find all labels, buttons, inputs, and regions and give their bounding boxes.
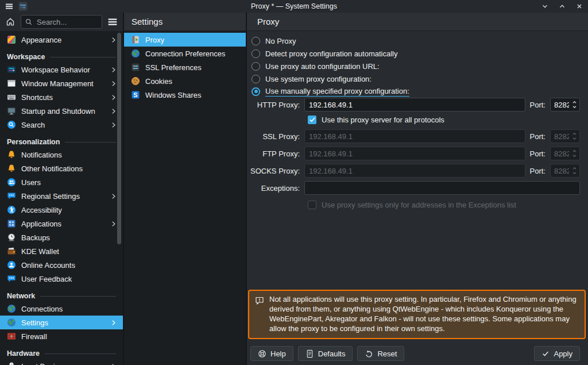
sidebar-item-accessibility[interactable]: Accessibility [0, 203, 123, 217]
radio-use-proxy-auto-configuration-url[interactable]: Use proxy auto configuration URL: [250, 60, 588, 72]
http-proxy-port-input[interactable] [551, 101, 569, 109]
ssl-proxy-row: SSL Proxy: Port: [250, 129, 580, 143]
port-label: Port: [530, 149, 546, 158]
startup-shutdown-icon [7, 106, 16, 116]
search-box [21, 15, 102, 29]
sidebar-item-startup-and-shutdown[interactable]: Startup and Shutdown [0, 104, 123, 118]
chevron-right-icon [110, 36, 117, 44]
http-proxy-label: HTTP Proxy: [250, 101, 300, 109]
chevron-right-icon [110, 193, 117, 200]
svg-text:S: S [133, 91, 137, 98]
radio-use-manually-specified-proxy-configuration[interactable]: Use manually specified proxy configurati… [250, 85, 588, 98]
exceptions-row: Exceptions: [250, 181, 580, 195]
home-button[interactable] [3, 15, 18, 29]
sidebar-item-search[interactable]: Search [0, 118, 123, 132]
hamburger-menu-icon[interactable] [5, 2, 14, 11]
wallet-icon [7, 247, 16, 256]
settings-panel-title: Settings [124, 13, 247, 31]
sidebar-item-backups[interactable]: Backups [0, 230, 123, 244]
sidebar-menu-button[interactable] [105, 15, 120, 29]
sidebar-item-kde-wallet[interactable]: KDE Wallet [0, 244, 123, 258]
ftp-proxy-label: FTP Proxy: [250, 149, 300, 158]
radio-button[interactable] [252, 37, 260, 45]
sidebar-scrollbar[interactable] [117, 33, 121, 244]
socks-proxy-label: SOCKS Proxy: [250, 167, 300, 175]
exceptions-input[interactable] [304, 181, 580, 195]
system-settings-window: Proxy * — System Settings Settings Proxy… [0, 0, 588, 365]
online-accounts-icon [7, 260, 16, 270]
sidebar-item-online-accounts[interactable]: Online Accounts [0, 258, 123, 272]
close-button[interactable] [575, 2, 583, 10]
reset-button[interactable]: Reset [357, 346, 404, 361]
http-proxy-input[interactable] [304, 98, 525, 112]
checkbox-use-proxy-settings-only-for-addresses-in-the-exceptions-list: Use proxy settings only for addresses in… [308, 200, 580, 209]
chevron-right-icon [110, 319, 117, 326]
sidebar-item-workspace-behavior[interactable]: Workspace Behavior [0, 63, 123, 76]
proxy-mode-radio-group: No ProxyDetect proxy configuration autom… [250, 34, 588, 98]
warning-text: Not all applications will use this proxy… [269, 295, 579, 334]
radio-no-proxy[interactable]: No Proxy [250, 34, 588, 47]
spin-down-button[interactable] [572, 105, 577, 109]
sidebar-item-regional-settings[interactable]: Regional Settings [0, 189, 123, 203]
ftp-proxy-input [304, 147, 525, 160]
settings-item-connection-preferences[interactable]: Connection Preferences [124, 47, 246, 60]
sidebar-item-appearance[interactable]: Appearance [0, 33, 123, 47]
minimize-button[interactable] [541, 2, 549, 10]
warning-icon [255, 296, 264, 334]
page-title: Proxy [247, 13, 588, 31]
settings-item-ssl-preferences[interactable]: SSL Preferences [124, 60, 246, 74]
checkbox-use-this-proxy-server-for-all-protocols[interactable]: Use this proxy server for all protocols [308, 115, 580, 124]
http-proxy-port-spinbox[interactable] [550, 98, 580, 112]
cookies-icon [131, 76, 140, 86]
sidebar-section-hardware: Hardware [0, 343, 123, 359]
ssl-proxy-label: SSL Proxy: [250, 132, 300, 141]
feedback-icon [7, 274, 16, 283]
spin-up-button [572, 167, 577, 170]
spin-up-button [572, 149, 577, 153]
settings-item-cookies[interactable]: Cookies [124, 74, 246, 88]
sidebar-item-shortcuts[interactable]: Shortcuts [0, 90, 123, 104]
socks-proxy-input [304, 164, 525, 178]
apply-button[interactable]: Apply [534, 346, 580, 361]
sidebar-item-connections[interactable]: Connections [0, 302, 123, 316]
http-proxy-row: HTTP Proxy: Port: [250, 98, 580, 112]
sidebar-item-window-management[interactable]: Window Management [0, 76, 123, 90]
settings-item-windows-shares[interactable]: SWindows Shares [124, 88, 246, 102]
sidebar-item-notifications[interactable]: Notifications [0, 148, 123, 162]
sidebar-item-applications[interactable]: Applications [0, 217, 123, 230]
ssl-proxy-port-input [551, 132, 569, 141]
search-icon [25, 18, 33, 26]
checkbox-box[interactable] [308, 116, 316, 124]
sidebar-item-firewall[interactable]: Firewall [0, 329, 123, 343]
help-icon [258, 349, 266, 358]
spin-up-button[interactable] [572, 101, 577, 104]
radio-detect-proxy-configuration-automatically[interactable]: Detect proxy configuration automatically [250, 47, 588, 60]
sidebar-section-network: Network [0, 286, 123, 302]
firewall-icon [7, 332, 16, 341]
radio-button[interactable] [252, 87, 260, 96]
radio-button[interactable] [252, 75, 260, 83]
bell-icon [7, 150, 16, 159]
sidebar-item-users[interactable]: Users [0, 175, 123, 189]
reset-icon [365, 349, 373, 358]
sidebar-item-settings[interactable]: Settings [0, 316, 123, 329]
settings-panel: ProxyConnection PreferencesSSL Preferenc… [124, 31, 247, 365]
app-icon [18, 2, 28, 11]
chevron-right-icon [110, 220, 117, 228]
sidebar-item-user-feedback[interactable]: User Feedback [0, 272, 123, 286]
spin-down-button [572, 154, 577, 157]
radio-button[interactable] [252, 62, 260, 71]
radio-button[interactable] [252, 49, 260, 58]
titlebar[interactable]: Proxy * — System Settings [0, 0, 588, 13]
sidebar-item-other-notifications[interactable]: Other Notifications [0, 162, 123, 175]
radio-use-system-proxy-configuration[interactable]: Use system proxy configuration: [250, 72, 588, 85]
maximize-button[interactable] [558, 2, 566, 10]
sidebar-item-input-devices[interactable]: Input Devices [0, 359, 123, 365]
search-input[interactable] [21, 15, 102, 29]
spin-up-button [572, 132, 577, 136]
settings-item-proxy[interactable]: Proxy [124, 33, 246, 47]
help-button[interactable]: Help [250, 346, 293, 361]
main-panel: No ProxyDetect proxy configuration autom… [247, 31, 588, 365]
backups-icon [7, 233, 16, 242]
defaults-button[interactable]: Defaults [298, 346, 353, 361]
